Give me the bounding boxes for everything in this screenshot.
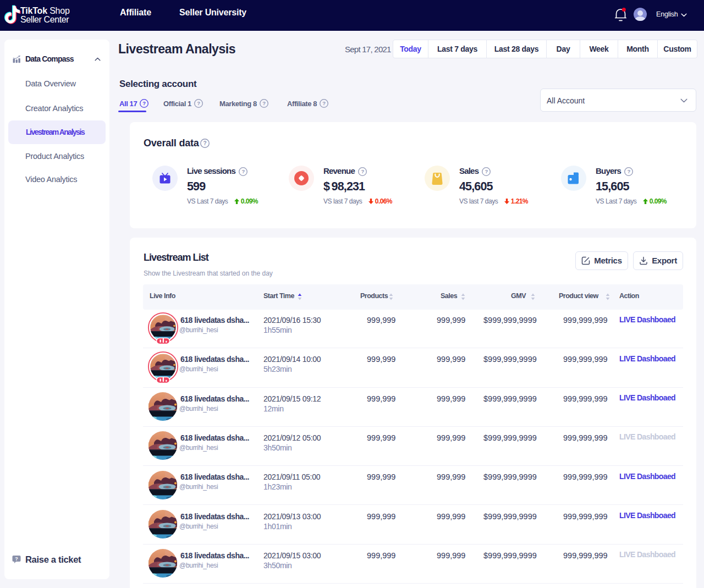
svg-text:?: ?	[15, 556, 18, 562]
